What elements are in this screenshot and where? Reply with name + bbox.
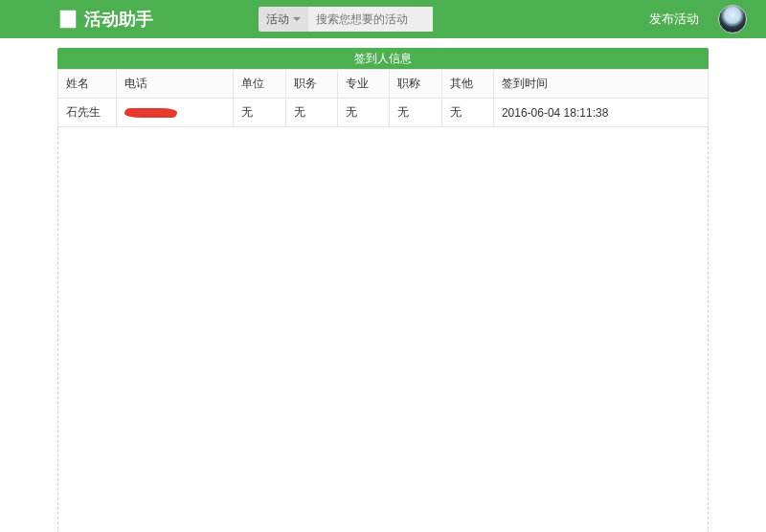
empty-area xyxy=(57,127,709,532)
main-content: 签到人信息 姓名 电话 单位 职务 专业 职称 其他 签到时间 石先生 无 无 xyxy=(0,38,766,532)
cell-major: 无 xyxy=(337,99,389,127)
col-header-unit: 单位 xyxy=(234,70,285,99)
col-header-name: 姓名 xyxy=(58,70,117,99)
cell-name: 石先生 xyxy=(58,99,117,127)
cell-phone xyxy=(117,99,234,127)
app-logo[interactable]: 活动助手 xyxy=(57,8,153,31)
checkin-table: 姓名 电话 单位 职务 专业 职称 其他 签到时间 石先生 无 无 无 无 无 … xyxy=(57,69,709,127)
cell-job: 无 xyxy=(285,99,337,127)
table-header-row: 姓名 电话 单位 职务 专业 职称 其他 签到时间 xyxy=(58,70,709,99)
search-input[interactable] xyxy=(308,7,433,32)
avatar[interactable] xyxy=(718,5,747,33)
publish-activity-link[interactable]: 发布活动 xyxy=(649,11,699,28)
col-header-major: 专业 xyxy=(337,70,389,99)
app-header: 活动助手 活动 发布活动 xyxy=(0,0,766,38)
chevron-down-icon xyxy=(293,17,301,21)
cell-title: 无 xyxy=(390,99,441,127)
app-name: 活动助手 xyxy=(84,8,153,31)
cell-time: 2016-06-04 18:11:38 xyxy=(493,99,708,127)
table-row: 石先生 无 无 无 无 无 2016-06-04 18:11:38 xyxy=(58,99,709,127)
category-select[interactable]: 活动 xyxy=(259,7,308,32)
logo-icon xyxy=(57,9,79,30)
col-header-phone: 电话 xyxy=(117,70,234,99)
category-label: 活动 xyxy=(266,7,289,32)
col-header-title: 职称 xyxy=(390,70,441,99)
col-header-other: 其他 xyxy=(441,70,493,99)
col-header-job: 职务 xyxy=(285,70,337,99)
col-header-time: 签到时间 xyxy=(493,70,708,99)
cell-other: 无 xyxy=(441,99,493,127)
search-group: 活动 xyxy=(259,7,433,32)
panel-title: 签到人信息 xyxy=(57,48,709,69)
cell-unit: 无 xyxy=(234,99,285,127)
